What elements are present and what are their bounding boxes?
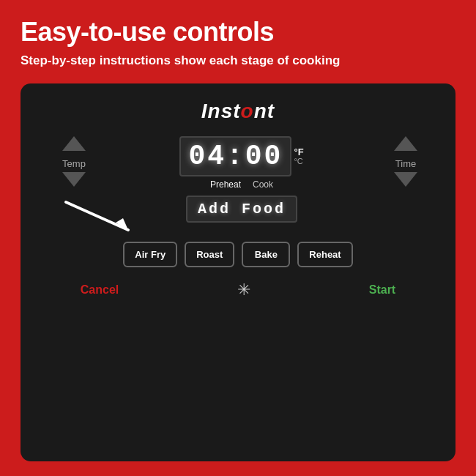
unit-stack: °F °C: [294, 147, 303, 166]
bake-button[interactable]: Bake: [242, 242, 290, 267]
cancel-button[interactable]: Cancel: [81, 283, 119, 297]
temp-down-button[interactable]: [62, 172, 86, 187]
brand-o: o: [241, 100, 254, 122]
arrow-pointer: [51, 195, 154, 239]
temp-unit-f: °F: [294, 147, 303, 157]
device-panel: Instont Temp 04:00 °F °C Preheat: [21, 83, 455, 461]
reheat-button[interactable]: Reheat: [297, 242, 352, 267]
time-display-row: 04:00 °F °C: [179, 136, 303, 176]
time-label: Time: [395, 158, 416, 169]
svg-line-0: [66, 202, 128, 230]
temp-up-button[interactable]: [62, 136, 86, 151]
roast-button[interactable]: Roast: [185, 242, 234, 267]
add-food-display: Add Food: [186, 196, 297, 223]
time-down-button[interactable]: [394, 172, 417, 187]
temp-unit-c: °C: [294, 157, 303, 166]
air-fry-button[interactable]: Air Fry: [123, 242, 177, 267]
page-container: Easy-to-use controls Step-by-step instru…: [0, 0, 476, 476]
time-display: 04:00: [179, 136, 291, 176]
temp-section: Temp: [41, 136, 107, 187]
main-title: Easy-to-use controls: [21, 18, 455, 47]
time-section: Time: [376, 136, 435, 187]
bottom-row: Cancel ✳ Start: [81, 280, 395, 300]
stage-labels: Preheat Cook: [210, 179, 273, 190]
light-icon[interactable]: ✳: [237, 280, 250, 300]
preheat-label: Preheat: [210, 179, 241, 190]
brand-logo: Instont: [201, 100, 275, 123]
mode-buttons-row: Air Fry Roast Bake Reheat: [123, 242, 352, 267]
start-button[interactable]: Start: [369, 283, 395, 297]
time-up-button[interactable]: [394, 136, 417, 151]
cook-label: Cook: [253, 179, 273, 190]
temp-label: Temp: [62, 158, 86, 169]
subtitle: Step-by-step instructions show each stag…: [21, 53, 455, 69]
